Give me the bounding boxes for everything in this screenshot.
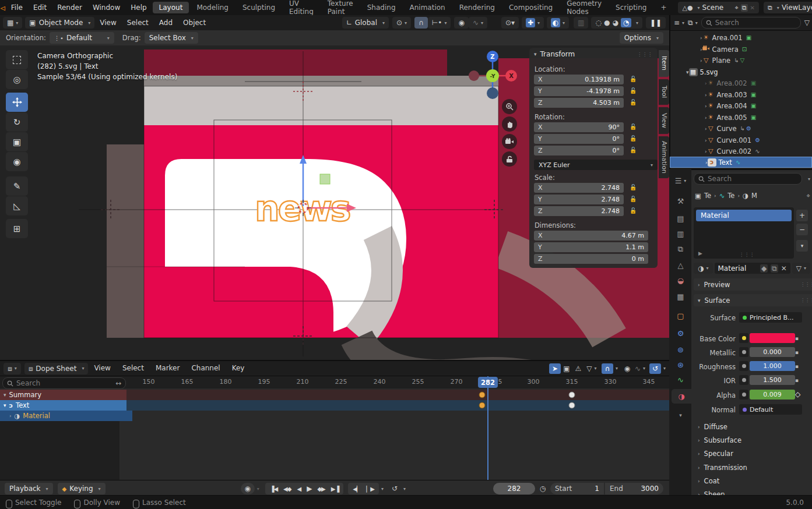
keyframe-diamond-icon[interactable]: ◇ <box>795 390 800 398</box>
base-color-swatch[interactable] <box>750 333 795 343</box>
lock-icon[interactable]: 🔓 <box>630 87 637 94</box>
menu-ds-select[interactable]: Select <box>117 361 150 376</box>
pause-render-button[interactable]: ❚❚ <box>646 17 666 29</box>
outliner-search-input[interactable]: Search <box>701 17 801 29</box>
channel-text[interactable]: ▾ ɔ Text <box>0 400 126 411</box>
keyframe-280-text[interactable] <box>479 402 486 409</box>
workspace-tab-rendering[interactable]: Rendering <box>453 2 501 13</box>
chevron-down-icon[interactable]: ▾ <box>381 486 384 492</box>
workspace-tab-sculpting[interactable]: Sculpting <box>236 2 282 13</box>
pivot-point-dropdown[interactable]: ⊙▾ <box>392 17 411 29</box>
orientation-value-dropdown[interactable]: ⋮∙ Default ▾ <box>50 32 114 44</box>
tab-tool[interactable]: ⚒ <box>672 194 690 208</box>
tab-render[interactable]: ▤ <box>672 211 690 226</box>
location-x-field[interactable]: X0.13918 m <box>534 75 624 84</box>
menu-render[interactable]: Render <box>52 0 87 15</box>
current-frame-field[interactable]: 282 <box>493 483 535 494</box>
channel-material[interactable]: › ◑ Material <box>0 411 132 421</box>
menu-add[interactable]: Add <box>154 15 178 30</box>
tool-select-box[interactable] <box>6 50 28 69</box>
show-hidden-toggle[interactable]: ▣ <box>561 365 572 373</box>
dopesheet-editor-type-button[interactable]: ⧈▾ <box>3 363 21 374</box>
next-frame-button[interactable]: ▏▶ <box>364 486 377 492</box>
chevron-down-icon[interactable]: ▾ <box>403 486 406 492</box>
pin-icon[interactable]: ⌖ <box>735 4 739 12</box>
lock-icon[interactable]: 🔓 <box>630 207 637 214</box>
rotation-x-field[interactable]: X90° <box>534 122 624 132</box>
pin-icon[interactable]: ⌖ <box>807 192 810 200</box>
add-workspace-button[interactable]: + <box>654 2 673 13</box>
tool-rotate[interactable]: ↻ <box>6 112 28 132</box>
show-errors-toggle[interactable]: ⚠ <box>572 365 584 373</box>
jump-to-end-button[interactable]: ▶▐ <box>328 486 342 492</box>
panel-preview[interactable]: ›Preview ⋮⋮⋮ <box>694 278 812 291</box>
tool-transform[interactable]: ◉ <box>6 152 28 171</box>
filter-funnel-icon[interactable]: ▽ <box>804 19 810 27</box>
lock-icon[interactable]: 🔓 <box>630 99 637 105</box>
playback-dropdown[interactable]: Playback▾ <box>5 483 53 494</box>
properties-search-input[interactable]: Search <box>694 173 802 185</box>
tool-measure[interactable]: ◺ <box>6 196 28 215</box>
input-socket-box[interactable] <box>739 333 748 343</box>
viewlayer-selector[interactable]: ⧉ ▾ ViewLayer ⧉ ✕ <box>764 2 812 13</box>
tool-annotate[interactable]: ✎ <box>6 176 28 196</box>
scale-x-field[interactable]: X2.748 <box>534 183 624 193</box>
gizmos-dropdown[interactable]: ✚▾ <box>522 17 544 29</box>
playhead-frame-badge[interactable]: 282 <box>478 377 498 388</box>
outliner-row-curve002[interactable]: ›▽ Curve.002 ∿ ⊙⊡ <box>670 146 812 157</box>
slot-expand-icon[interactable]: ▶ <box>698 250 702 256</box>
lock-icon[interactable]: 🔓 <box>630 147 637 153</box>
zoom-button[interactable] <box>502 99 517 114</box>
filter-dropdown[interactable]: ▽▾ <box>584 365 599 373</box>
tool-move[interactable] <box>6 93 28 112</box>
loop-playback-icon[interactable]: ↺ <box>388 485 401 493</box>
node-editor-toggle[interactable]: ▽▾ <box>792 263 810 274</box>
browse-material-dropdown[interactable]: ◑▾ <box>694 263 713 274</box>
scene-selector[interactable]: △● ▾ Scene ⌖ ⧉ ✕ <box>678 2 759 13</box>
play-button[interactable]: ▶ <box>304 485 314 493</box>
next-keyframe-button[interactable]: ◆▶ <box>314 486 328 492</box>
overlays-dropdown[interactable]: ◐▾ <box>547 17 569 29</box>
breadcrumb-material[interactable]: M <box>751 192 757 200</box>
shading-rendered-icon[interactable]: ◔ <box>621 18 631 27</box>
copy-datablock-icon[interactable]: ⧉ <box>771 264 778 273</box>
rotation-z-field[interactable]: Z0° <box>534 146 624 155</box>
workspace-tab-shading[interactable]: Shading <box>361 2 402 13</box>
keyframe-280-summary[interactable] <box>479 392 486 398</box>
menu-object[interactable]: Object <box>178 15 211 30</box>
tab-object-data[interactable]: ∿ <box>672 373 690 387</box>
material-slot-list[interactable]: Material ▶ ⋮⋮⋮ <box>694 207 794 259</box>
text-track[interactable] <box>119 400 669 411</box>
transform-panel-header[interactable]: ▾ Transform ⋮⋮⋮ <box>529 48 658 61</box>
dimension-y-field[interactable]: Y1.1 m <box>534 242 648 252</box>
fake-user-shield-icon[interactable]: ◆ <box>760 264 768 273</box>
menu-help[interactable]: Help <box>125 0 152 15</box>
frame-end-field[interactable]: End3000 <box>605 483 663 494</box>
outliner-row-text-selected[interactable]: › ɔ Text ∿ ⊙⊡ <box>670 157 812 168</box>
menu-file[interactable]: File <box>6 0 28 15</box>
workspace-tab-modeling[interactable]: Modeling <box>190 2 235 13</box>
normal-dropdown[interactable]: Default <box>739 404 802 415</box>
prev-frame-button[interactable]: ◀▏ <box>350 486 363 492</box>
location-y-field[interactable]: Y-4.1978 m <box>534 86 624 96</box>
shading-material-icon[interactable]: ◕ <box>612 19 618 27</box>
input-socket-box[interactable] <box>739 361 748 371</box>
summary-track[interactable] <box>119 390 669 400</box>
drag-value-dropdown[interactable]: Select Box ▾ <box>145 32 198 44</box>
outliner-filter-icon-dropdown[interactable]: ⧉▾ <box>688 19 698 27</box>
pan-button[interactable] <box>502 116 517 132</box>
rotation-mode-dropdown[interactable]: XYZ Euler ▾ <box>534 160 658 170</box>
rotation-y-field[interactable]: Y0° <box>534 134 624 144</box>
axis-neg-x-ball[interactable] <box>469 70 479 81</box>
sidebar-tab-animation[interactable]: Animation <box>659 136 669 178</box>
input-socket-box[interactable] <box>739 347 748 357</box>
panel-specular[interactable]: ›Specular <box>694 447 812 459</box>
lock-icon[interactable]: 🔓 <box>630 184 637 190</box>
outliner-row-area003[interactable]: ›☀ Area.003 ▣ ⊙⊡ <box>670 89 812 100</box>
remove-slot-button[interactable]: − <box>796 224 808 235</box>
shading-dropdown[interactable]: ▾ <box>636 20 638 26</box>
snap-keys-icon[interactable]: ∩ <box>602 363 613 374</box>
dimension-z-field[interactable]: Z0 m <box>534 254 648 264</box>
menu-window[interactable]: Window <box>87 0 125 15</box>
gizmo-plane-handle[interactable] <box>320 174 330 184</box>
